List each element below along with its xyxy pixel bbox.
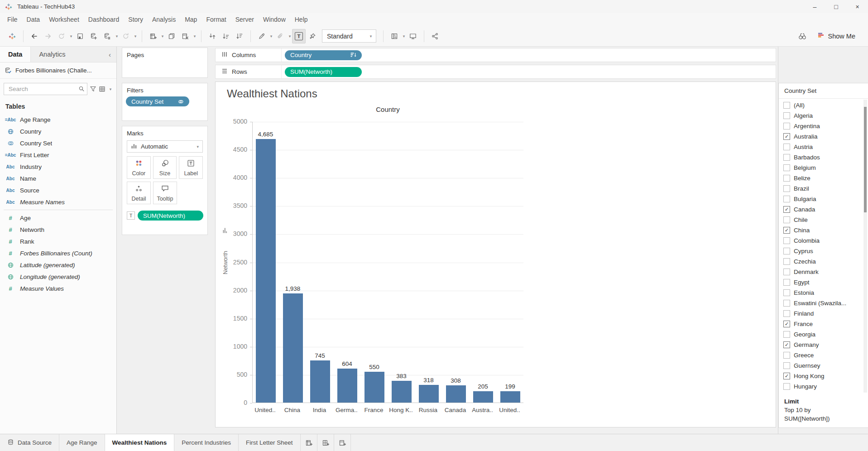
new-worksheet-button[interactable] bbox=[146, 29, 160, 43]
checkbox-unchecked[interactable] bbox=[783, 154, 790, 161]
x-tick-label[interactable]: United.. bbox=[251, 407, 280, 413]
checkbox-checked[interactable]: ✓ bbox=[783, 227, 790, 234]
replay-caret-icon[interactable]: ▾ bbox=[69, 34, 73, 38]
countryset-item-barbados[interactable]: Barbados bbox=[779, 152, 868, 163]
checkbox-unchecked[interactable] bbox=[783, 289, 790, 296]
menu-server[interactable]: Server bbox=[231, 16, 259, 23]
menu-story[interactable]: Story bbox=[124, 16, 148, 23]
menu-window[interactable]: Window bbox=[259, 16, 290, 23]
show-hide-cards-caret-icon[interactable]: ▾ bbox=[402, 34, 406, 38]
menu-dashboard[interactable]: Dashboard bbox=[84, 16, 124, 23]
size-button[interactable]: Size bbox=[153, 156, 177, 179]
rows-shelf[interactable]: Rows SUM(Networth) bbox=[215, 65, 776, 79]
new-data-source-button[interactable] bbox=[87, 29, 101, 43]
checkbox-unchecked[interactable] bbox=[783, 352, 790, 359]
field-latitude-generated[interactable]: Latitude (generated) bbox=[0, 259, 116, 271]
presentation-mode-button[interactable] bbox=[406, 29, 420, 43]
find-button[interactable] bbox=[796, 29, 809, 43]
new-story-tab-button[interactable] bbox=[334, 434, 351, 451]
menu-help[interactable]: Help bbox=[290, 16, 312, 23]
tableau-home-button[interactable] bbox=[5, 29, 19, 43]
new-worksheet-caret-icon[interactable]: ▾ bbox=[160, 34, 165, 38]
countryset-item-chile[interactable]: Chile bbox=[779, 215, 868, 225]
share-button[interactable] bbox=[428, 29, 442, 43]
bar-mark-germa[interactable] bbox=[337, 369, 357, 403]
menu-worksheet[interactable]: Worksheet bbox=[44, 16, 84, 23]
checkbox-unchecked[interactable] bbox=[783, 164, 790, 171]
list-scrollbar[interactable] bbox=[863, 100, 867, 393]
new-dashboard-tab-button[interactable] bbox=[317, 434, 334, 451]
checkbox-checked[interactable]: ✓ bbox=[783, 133, 790, 140]
pause-auto-updates-caret-icon[interactable]: ▾ bbox=[115, 34, 119, 38]
checkbox-unchecked[interactable] bbox=[783, 123, 790, 130]
clear-sheet-caret-icon[interactable]: ▾ bbox=[192, 34, 197, 38]
countryset-item-cyprus[interactable]: Cyprus bbox=[779, 246, 868, 256]
search-input[interactable] bbox=[8, 85, 78, 93]
countryset-item-china[interactable]: ✓China bbox=[779, 225, 868, 235]
field-longitude-generated[interactable]: Longitude (generated) bbox=[0, 271, 116, 283]
bar-mark-canada[interactable] bbox=[446, 385, 466, 403]
forward-button[interactable] bbox=[41, 29, 55, 43]
tab-data[interactable]: Data bbox=[0, 47, 31, 62]
x-tick-label[interactable]: China bbox=[278, 407, 307, 413]
countryset-item-argentina[interactable]: Argentina bbox=[779, 121, 868, 131]
field-source[interactable]: AbcSource bbox=[0, 184, 116, 196]
checkbox-unchecked[interactable] bbox=[783, 175, 790, 182]
columns-pill-country[interactable]: Country bbox=[285, 50, 362, 60]
filter-fields-icon[interactable] bbox=[90, 86, 96, 92]
checkbox-unchecked[interactable] bbox=[783, 185, 790, 192]
bar-mark-united[interactable] bbox=[500, 391, 520, 403]
run-auto-updates-caret-icon[interactable]: ▾ bbox=[133, 34, 138, 38]
checkbox-checked[interactable]: ✓ bbox=[783, 373, 790, 379]
tab-percent-industries[interactable]: Percent Industries bbox=[174, 434, 239, 451]
show-me-button[interactable]: Show Me bbox=[817, 32, 855, 40]
tab-analytics[interactable]: Analytics bbox=[31, 47, 73, 62]
tab-age-range[interactable]: Age Range bbox=[59, 434, 105, 451]
field-name[interactable]: AbcName bbox=[0, 173, 116, 184]
search-box[interactable] bbox=[4, 83, 87, 95]
field-forbes-billionaires-count[interactable]: #Forbes Billionaires (Count) bbox=[0, 247, 116, 259]
countryset-item-hong-kong[interactable]: ✓Hong Kong bbox=[779, 371, 868, 381]
countryset-item-georgia[interactable]: Georgia bbox=[779, 329, 868, 340]
countryset-item-all[interactable]: (All) bbox=[779, 100, 868, 110]
detail-button[interactable]: Detail bbox=[127, 182, 151, 204]
x-tick-label[interactable]: Russia bbox=[414, 407, 443, 413]
x-tick-label[interactable]: United.. bbox=[495, 407, 524, 413]
menu-analysis[interactable]: Analysis bbox=[148, 16, 180, 23]
countryset-item-belize[interactable]: Belize bbox=[779, 173, 868, 183]
checkbox-unchecked[interactable] bbox=[783, 112, 790, 119]
countryset-item-brazil[interactable]: Brazil bbox=[779, 183, 868, 194]
color-button[interactable]: Color bbox=[127, 156, 151, 179]
bar-mark-china[interactable] bbox=[283, 293, 303, 403]
field-networth[interactable]: #Networth bbox=[0, 224, 116, 235]
field-country-set[interactable]: Country Set bbox=[0, 137, 116, 149]
tab-wealthiest-nations[interactable]: Wealthiest Nations bbox=[105, 434, 175, 451]
countryset-item-iceland[interactable]: Iceland bbox=[779, 392, 868, 393]
fit-selector[interactable]: Standard ▾ bbox=[322, 29, 376, 43]
checkbox-unchecked[interactable] bbox=[783, 102, 790, 109]
field-age[interactable]: #Age bbox=[0, 212, 116, 224]
marks-pill-sum-networth[interactable]: SUM(Networth) bbox=[138, 211, 203, 221]
menu-file[interactable]: File bbox=[3, 16, 22, 23]
chart-column-header[interactable]: Country bbox=[252, 106, 523, 113]
duplicate-sheet-button[interactable] bbox=[165, 29, 178, 43]
group-members-caret-icon[interactable]: ▾ bbox=[288, 34, 292, 38]
x-tick-label[interactable]: India bbox=[305, 407, 334, 413]
countryset-item-guernsey[interactable]: Guernsey bbox=[779, 360, 868, 371]
countryset-item-belgium[interactable]: Belgium bbox=[779, 163, 868, 173]
x-tick-label[interactable]: Austra.. bbox=[468, 407, 497, 413]
countryset-item-egypt[interactable]: Egypt bbox=[779, 277, 868, 288]
new-worksheet-tab-button[interactable] bbox=[301, 434, 317, 451]
checkbox-unchecked[interactable] bbox=[783, 362, 790, 369]
x-tick-label[interactable]: Germa.. bbox=[332, 407, 361, 413]
label-button[interactable]: Label bbox=[179, 156, 203, 179]
back-button[interactable] bbox=[28, 29, 41, 43]
countryset-item-greece[interactable]: Greece bbox=[779, 350, 868, 360]
field-country[interactable]: Country bbox=[0, 125, 116, 137]
group-members-button[interactable] bbox=[273, 29, 287, 43]
countryset-item-finland[interactable]: Finland bbox=[779, 308, 868, 319]
view-options-caret-icon[interactable]: ▾ bbox=[108, 87, 113, 91]
countryset-item-bulgaria[interactable]: Bulgaria bbox=[779, 194, 868, 204]
save-button[interactable] bbox=[73, 29, 87, 43]
view-options-icon[interactable] bbox=[99, 86, 106, 92]
